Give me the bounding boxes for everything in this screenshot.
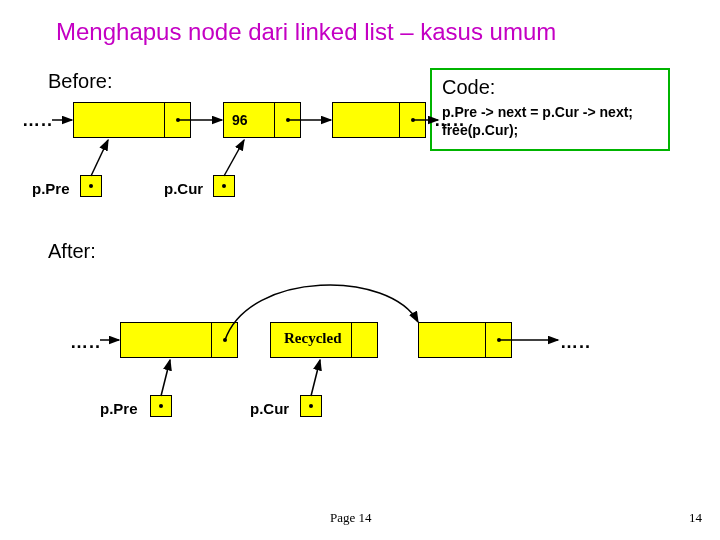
dots-after-right: ….. xyxy=(560,332,591,353)
before-node-1 xyxy=(73,102,191,138)
before-node-3-ptr xyxy=(399,103,425,137)
before-label: Before: xyxy=(48,70,112,93)
svg-line-18 xyxy=(311,360,320,396)
dots-before-right: ….. xyxy=(434,110,465,131)
svg-line-16 xyxy=(161,360,170,396)
page-number: 14 xyxy=(689,510,702,526)
code-line-2: free(p.Cur); xyxy=(442,121,658,139)
recycled-label: Recycled xyxy=(284,330,341,347)
after-node-3-ptr xyxy=(485,323,511,357)
after-node-3 xyxy=(418,322,512,358)
before-node-2: 96 xyxy=(223,102,301,138)
before-ppre-box xyxy=(80,175,102,197)
dots-before-left: ….. xyxy=(22,110,53,131)
svg-line-7 xyxy=(91,140,108,176)
before-ppre-label: p.Pre xyxy=(32,180,70,197)
after-pcur-box xyxy=(300,395,322,417)
after-label: After: xyxy=(48,240,96,263)
code-label: Code: xyxy=(442,76,658,99)
after-node-1-ptr xyxy=(211,323,237,357)
code-line-1: p.Pre -> next = p.Cur -> next; xyxy=(442,103,658,121)
before-node-2-ptr xyxy=(274,103,300,137)
svg-line-9 xyxy=(224,140,244,176)
after-ppre-label: p.Pre xyxy=(100,400,138,417)
before-node-3 xyxy=(332,102,426,138)
after-ppre-box xyxy=(150,395,172,417)
page-footer: Page 14 xyxy=(330,510,372,526)
after-node-2-ptr xyxy=(351,323,377,357)
before-node-1-ptr xyxy=(164,103,190,137)
code-box: Code: p.Pre -> next = p.Cur -> next; fre… xyxy=(430,68,670,151)
dots-after-left: ….. xyxy=(70,332,101,353)
after-node-1 xyxy=(120,322,238,358)
page-title: Menghapus node dari linked list – kasus … xyxy=(56,18,556,46)
before-node-2-value: 96 xyxy=(232,112,248,128)
before-pcur-box xyxy=(213,175,235,197)
after-pcur-label: p.Cur xyxy=(250,400,289,417)
before-pcur-label: p.Cur xyxy=(164,180,203,197)
